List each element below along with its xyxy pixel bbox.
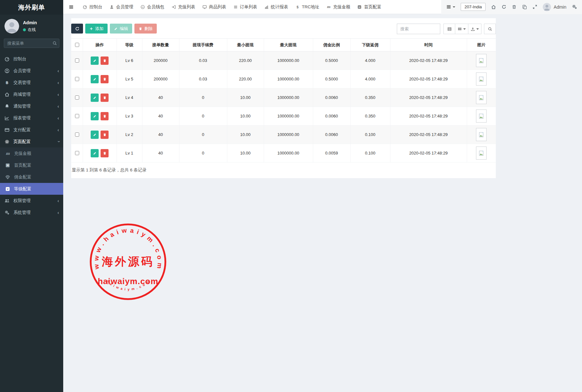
row-edit-button[interactable] xyxy=(91,57,99,65)
sidebar-subitem-homepage-config[interactable]: 首页配置 xyxy=(0,159,63,171)
stamp-center-url-text: haiwaiym.com xyxy=(98,276,158,286)
row-image-thumbnail[interactable] xyxy=(476,54,487,67)
gear-icon xyxy=(4,139,10,144)
sidebar-subitem-commission-config[interactable]: 佣金配置 xyxy=(0,171,63,183)
table-toolbar: 添加 编辑 删除 xyxy=(71,18,496,38)
topnav-recharge-amount[interactable]: 充值金额 xyxy=(323,0,354,14)
user-panel: Admin 在线 xyxy=(0,15,63,37)
row-delete-button[interactable] xyxy=(101,75,109,83)
table-row: Lv 1 40 0 10.00 1000000.00 0.0059 0.100 … xyxy=(71,144,496,162)
topnav-product-list[interactable]: 商品列表 xyxy=(199,0,230,14)
row-edit-button[interactable] xyxy=(91,75,99,83)
row-checkbox[interactable] xyxy=(75,95,79,100)
chevron-left-icon: ‹ xyxy=(57,92,59,97)
refresh-button[interactable] xyxy=(71,24,83,34)
table-header-row: 操作 等级 接单数量 提现手续费 最小提现 最大提现 佣金比例 下级返佣 时间 … xyxy=(71,39,496,51)
sidebar-subitem-level-config[interactable]: 等级配置 xyxy=(0,183,63,195)
refresh-icon[interactable] xyxy=(502,4,506,9)
hamburger-menu-icon[interactable] xyxy=(63,4,79,10)
sidebar-item-members[interactable]: 会员管理 ‹ xyxy=(0,65,63,77)
row-edit-button[interactable] xyxy=(91,131,99,139)
cogs-icon[interactable] xyxy=(572,4,577,10)
sidebar-item-page-config[interactable]: 页面配置 ‹ xyxy=(0,136,63,147)
detail-view-button[interactable] xyxy=(443,24,455,34)
topnav-homepage-config[interactable]: 首页配置 xyxy=(354,0,385,14)
sidebar-item-system[interactable]: 系统管理 ‹ xyxy=(0,207,63,218)
columns-dropdown-button[interactable] xyxy=(455,24,468,34)
delete-button[interactable]: 删除 xyxy=(134,24,157,34)
sidebar-item-dashboard[interactable]: 控制台 xyxy=(0,53,63,65)
chevron-left-icon: ‹ xyxy=(57,68,59,73)
edit-button[interactable]: 编辑 xyxy=(110,24,132,34)
credit-card-icon xyxy=(4,127,10,132)
topbar-right-controls: 207-India Admin xyxy=(441,0,582,14)
m-icon xyxy=(326,5,331,9)
gem-icon xyxy=(5,175,11,180)
home-icon[interactable] xyxy=(491,4,496,10)
topnav-order-list[interactable]: 订单列表 xyxy=(230,0,261,14)
row-image-thumbnail[interactable] xyxy=(476,91,487,104)
user-status: 在线 xyxy=(23,27,37,33)
row-delete-button[interactable] xyxy=(101,57,109,65)
topnav-members[interactable]: 会员管理 xyxy=(106,0,137,14)
trash-icon[interactable] xyxy=(512,4,517,9)
admin-user-menu[interactable]: Admin xyxy=(543,3,566,11)
avatar xyxy=(4,19,19,34)
topnav-dashboard[interactable]: 控制台 xyxy=(79,0,106,14)
select-all-checkbox[interactable] xyxy=(75,43,79,47)
row-edit-button[interactable] xyxy=(91,94,99,102)
row-delete-button[interactable] xyxy=(101,112,109,120)
stamp-center-cn-text: 海外源码 xyxy=(102,255,154,268)
sidebar-search-input[interactable] xyxy=(4,39,59,48)
sidebar-item-payment-config[interactable]: 支付配置 ‹ xyxy=(0,124,63,136)
row-checkbox[interactable] xyxy=(75,58,79,63)
fullscreen-icon[interactable] xyxy=(533,4,537,9)
clipboard-icon[interactable] xyxy=(522,4,527,10)
column-header-min-withdraw: 最小提现 xyxy=(227,39,264,51)
row-edit-button[interactable] xyxy=(91,149,99,157)
sidebar-item-permissions[interactable]: 权限管理 ‹ xyxy=(0,195,63,207)
chevron-left-icon: ‹ xyxy=(57,198,59,203)
sidebar-item-mall[interactable]: 商城管理 ‹ xyxy=(0,88,63,100)
row-image-thumbnail[interactable] xyxy=(476,109,487,123)
region-selector[interactable]: 207-India xyxy=(461,3,486,11)
avatar xyxy=(543,3,551,11)
sidebar-item-notifications[interactable]: 通知管理 ‹ xyxy=(0,100,63,112)
stamp-arc-top-text: w w w . h a i w a i y m . c o m xyxy=(93,227,164,270)
sidebar-subitem-recharge-amount[interactable]: 充值金额 xyxy=(0,147,63,159)
topnav-recharge-list[interactable]: 充值列表 xyxy=(168,0,199,14)
caret-down-icon xyxy=(463,28,466,30)
table-row: Lv 2 40 0 10.00 1000000.00 0.0060 0.100 … xyxy=(71,125,496,144)
svg-text:h a i w a i y m . c o m: h a i w a i y m . c o m xyxy=(106,279,150,291)
row-delete-button[interactable] xyxy=(101,131,109,139)
row-checkbox[interactable] xyxy=(75,132,79,137)
row-image-thumbnail[interactable] xyxy=(476,128,487,141)
topnav-statistics[interactable]: 统计报表 xyxy=(261,0,292,14)
row-image-thumbnail[interactable] xyxy=(476,72,487,86)
sidebar-item-transactions[interactable]: 交易管理 ‹ xyxy=(0,77,63,88)
gauge-icon xyxy=(83,5,87,9)
column-header-orders: 接单数量 xyxy=(142,39,179,51)
row-delete-button[interactable] xyxy=(101,94,109,102)
row-checkbox[interactable] xyxy=(75,77,79,81)
row-checkbox[interactable] xyxy=(75,151,79,155)
row-checkbox[interactable] xyxy=(75,114,79,118)
user-name: Admin xyxy=(23,20,37,25)
level-config-panel: 添加 编辑 删除 操作 等级 接单数量 提现手续费 最小提现 xyxy=(71,18,496,178)
export-dropdown-button[interactable] xyxy=(468,24,481,34)
nav-list-dropdown[interactable] xyxy=(446,4,455,10)
search-button[interactable] xyxy=(484,24,496,34)
search-icon[interactable] xyxy=(52,41,57,46)
row-image-thumbnail[interactable] xyxy=(476,147,487,160)
sidebar-item-reports[interactable]: 报表管理 ‹ xyxy=(0,112,63,124)
add-button[interactable]: 添加 xyxy=(85,24,108,34)
topnav-member-wallet[interactable]: 会员钱包 xyxy=(137,0,168,14)
row-delete-button[interactable] xyxy=(101,149,109,157)
user-circle-icon xyxy=(4,68,10,73)
stamp-arc-bottom-text: h a i w a i y m . c o m xyxy=(106,279,150,291)
chevron-left-icon: ‹ xyxy=(57,210,59,215)
table-search-input[interactable] xyxy=(397,24,440,34)
topnav-trc-address[interactable]: TRC地址 xyxy=(292,0,323,14)
sidebar: 海外刷单 Admin 在线 控制台 会员管理 ‹ 交易管理 ‹ 商城管理 ‹ 通… xyxy=(0,0,63,392)
row-edit-button[interactable] xyxy=(91,112,99,120)
